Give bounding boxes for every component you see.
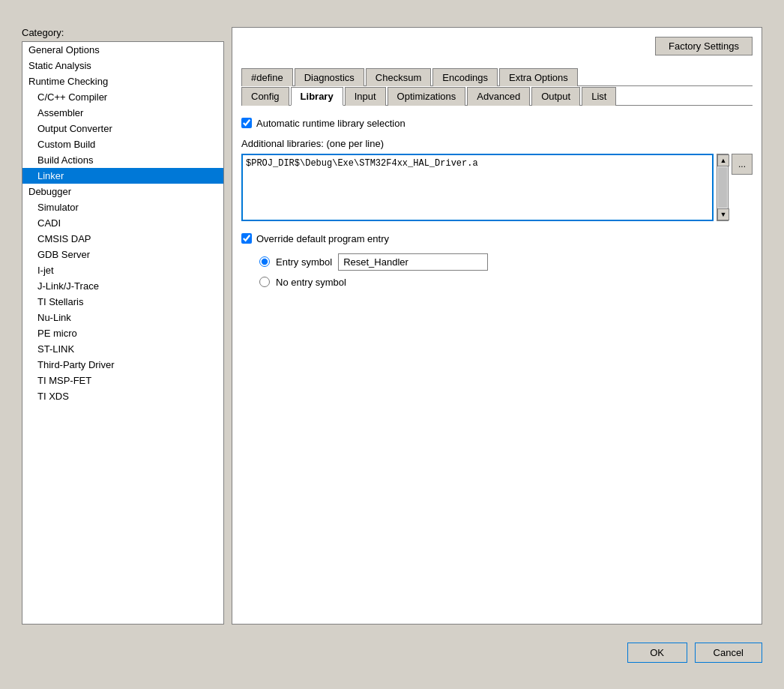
auto-runtime-library-label: Automatic runtime library selection [256,118,405,129]
tab-encodings[interactable]: Encodings [432,68,498,86]
category-item-general-options[interactable]: General Options [22,42,223,58]
factory-settings-button[interactable]: Factory Settings [655,37,753,55]
category-sidebar: Category: General OptionsStatic Analysis… [22,27,224,625]
no-entry-symbol-radio[interactable] [259,277,270,287]
dialog-footer: OK Cancel [22,637,762,663]
entry-symbol-input[interactable] [338,253,488,271]
tab-library[interactable]: Library [291,87,343,106]
category-item-debugger[interactable]: Debugger [22,184,223,199]
tab-checksum[interactable]: Checksum [366,68,431,86]
tab-input[interactable]: Input [345,87,386,106]
auto-runtime-library-row: Automatic runtime library selection [241,118,753,129]
tab-config[interactable]: Config [241,87,289,106]
category-item-third-party-driver[interactable]: Third-Party Driver [22,357,223,373]
category-list: General OptionsStatic AnalysisRuntime Ch… [22,41,224,625]
ok-button[interactable]: OK [627,643,687,663]
category-item-i-jet[interactable]: I-jet [22,262,223,278]
category-item-build-actions[interactable]: Build Actions [22,152,223,168]
category-item-nu-link[interactable]: Nu-Link [22,310,223,325]
scroll-up-arrow[interactable]: ▲ [717,154,729,166]
radio-group: Entry symbol No entry symbol [259,253,753,288]
browse-button[interactable]: ... [732,154,753,175]
additional-libraries-textarea[interactable] [241,154,714,221]
category-item-linker[interactable]: Linker [22,168,223,184]
category-item-simulator[interactable]: Simulator [22,199,223,215]
auto-runtime-library-checkbox[interactable] [241,118,252,128]
category-item-pe-micro[interactable]: PE micro [22,325,223,341]
additional-libraries-section: Additional libraries: (one per line) ▲ ▼… [241,138,753,221]
override-default-label: Override default program entry [256,233,389,244]
no-entry-symbol-row: No entry symbol [259,277,753,288]
category-item-runtime-checking[interactable]: Runtime Checking [22,73,223,89]
category-item-ti-xds[interactable]: TI XDS [22,388,223,404]
tab-list[interactable]: List [582,87,616,106]
category-item-jlink-jtrace[interactable]: J-Link/J-Trace [22,278,223,294]
scroll-thumb [718,167,727,208]
category-item-ti-stellaris[interactable]: TI Stellaris [22,294,223,310]
tab-advanced[interactable]: Advanced [467,87,530,106]
lib-textarea-wrapper: ▲ ▼ ... [241,154,753,221]
override-default-section: Override default program entry Entry sym… [241,233,753,288]
entry-symbol-row: Entry symbol [259,253,753,271]
entry-symbol-radio[interactable] [259,256,270,267]
category-item-assembler[interactable]: Assembler [22,105,223,121]
entry-symbol-label: Entry symbol [276,256,332,268]
no-entry-symbol-label: No entry symbol [276,277,346,288]
category-item-output-converter[interactable]: Output Converter [22,121,223,136]
category-item-custom-build[interactable]: Custom Build [22,136,223,152]
tab-content: Automatic runtime library selection Addi… [241,118,753,288]
tab-define[interactable]: #define [241,68,293,86]
tab-extra-options[interactable]: Extra Options [499,68,578,86]
override-default-row: Override default program entry [241,233,753,244]
scrollbar-track: ▲ ▼ [717,154,729,221]
scroll-down-arrow[interactable]: ▼ [717,208,729,220]
main-dialog: Category: General OptionsStatic Analysis… [10,15,774,675]
cancel-button[interactable]: Cancel [695,643,762,663]
category-item-static-analysis[interactable]: Static Analysis [22,58,223,73]
tabs-row1: #defineDiagnosticsChecksumEncodingsExtra… [241,67,753,86]
category-item-gdb-server[interactable]: GDB Server [22,247,223,262]
override-default-checkbox[interactable] [241,233,252,244]
main-panel: Factory Settings #defineDiagnosticsCheck… [232,27,762,625]
category-item-ti-msp-fet[interactable]: TI MSP-FET [22,373,223,388]
tabs-row2: ConfigLibraryInputOptimizationsAdvancedO… [241,86,753,106]
category-label: Category: [22,27,224,38]
tab-diagnostics[interactable]: Diagnostics [295,68,364,86]
tab-optimizations[interactable]: Optimizations [388,87,466,106]
factory-settings-row: Factory Settings [241,37,753,55]
category-item-st-link[interactable]: ST-LINK [22,341,223,357]
category-item-cmsis-dap[interactable]: CMSIS DAP [22,231,223,247]
category-item-cadi[interactable]: CADI [22,215,223,231]
tab-output[interactable]: Output [531,87,580,106]
additional-libraries-label: Additional libraries: (one per line) [241,138,753,149]
category-item-cpp-compiler[interactable]: C/C++ Compiler [22,89,223,105]
